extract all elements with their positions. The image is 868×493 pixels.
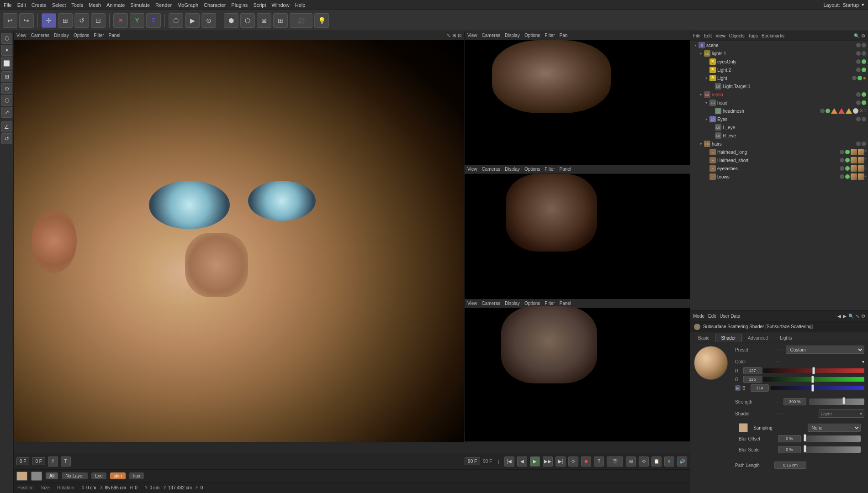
record-btn[interactable]: ⏺: [581, 456, 591, 467]
undo-button[interactable]: ↩: [3, 13, 17, 28]
layout-dropdown-icon[interactable]: ▾: [862, 2, 864, 8]
arrow-hair-short[interactable]: ▾: [703, 157, 709, 163]
blur-offset-input[interactable]: [778, 435, 801, 442]
svp2-panel[interactable]: Panel: [560, 167, 572, 172]
obj-hair-long[interactable]: ▾ ~ Hairhead_long ::: [690, 148, 868, 156]
audio-btn[interactable]: 🔊: [677, 456, 687, 467]
play-btn[interactable]: ▶: [530, 456, 540, 467]
arrow-eyes[interactable]: ▾: [703, 116, 709, 122]
motion-clip[interactable]: 📋: [651, 456, 662, 467]
obj-light2[interactable]: ▾ 💡 Light.2: [690, 66, 868, 74]
vp-icon-3[interactable]: ⊡: [458, 33, 461, 38]
obj-head[interactable]: ▾ L0 head: [690, 99, 868, 107]
coord-size-y-val[interactable]: 137.482 cm: [168, 485, 192, 490]
obj-manager-content[interactable]: ▾ S scene ▾ L0 lights.1: [690, 41, 868, 310]
grid-tool[interactable]: ⊞: [273, 13, 288, 28]
dot2[interactable]: [862, 100, 866, 105]
svp2-display[interactable]: Display: [505, 167, 520, 172]
dot1[interactable]: [856, 142, 861, 146]
select-tool[interactable]: ⊡: [91, 13, 106, 28]
dot2[interactable]: [845, 150, 850, 154]
menu-select[interactable]: Select: [52, 2, 66, 8]
svp1-cameras[interactable]: Cameras: [482, 33, 501, 38]
dot1[interactable]: [856, 68, 861, 72]
dot1[interactable]: [820, 109, 825, 113]
arrow-r-eye[interactable]: ▾: [709, 132, 715, 139]
coord-h-val[interactable]: 0: [135, 485, 138, 490]
dot2[interactable]: [826, 109, 830, 113]
menu-character[interactable]: Character: [204, 2, 226, 8]
menu-tools[interactable]: Tools: [71, 2, 83, 8]
play-end[interactable]: ▶|: [556, 456, 566, 467]
blur-scale-input[interactable]: [778, 446, 801, 453]
render-all[interactable]: ⊙: [201, 13, 216, 28]
viewport-shading[interactable]: ⬢: [224, 13, 238, 28]
light-mode[interactable]: 💡: [314, 13, 329, 28]
coord-x-val[interactable]: 0 cm: [86, 485, 96, 490]
vp-panel[interactable]: Panel: [109, 33, 121, 38]
blur-scale-thumb[interactable]: [804, 445, 806, 452]
menu-file[interactable]: File: [4, 2, 12, 8]
keyframe-btn[interactable]: ⊞: [626, 456, 636, 467]
timeline-content[interactable]: [14, 442, 690, 453]
dot2[interactable]: [862, 117, 866, 121]
dot1[interactable]: [856, 43, 861, 47]
menu-window[interactable]: Window: [272, 2, 290, 8]
menu-create[interactable]: Create: [32, 2, 47, 8]
sub-viewport-2[interactable]: View Cameras Display Options Filter Pane…: [465, 165, 690, 299]
obj-hairs[interactable]: ▾ L0 hairs: [690, 140, 868, 148]
obj-hair-short[interactable]: ▾ ~ Hairhead_short ::: [690, 156, 868, 164]
obj-r-eye[interactable]: ▾ L0 R_eye: [690, 131, 868, 140]
menu-mograph[interactable]: MoGraph: [177, 2, 198, 8]
dot1[interactable]: [852, 76, 857, 80]
tool-9[interactable]: ↺: [1, 133, 12, 144]
vp-icon-2[interactable]: ⊞: [452, 33, 456, 38]
svp2-options[interactable]: Options: [524, 167, 540, 172]
obj-menu-view[interactable]: View: [715, 33, 725, 38]
obj-l-eye[interactable]: ▾ L0 L_eye: [690, 123, 868, 131]
menu-mesh[interactable]: Mesh: [89, 2, 101, 8]
menu-render[interactable]: Render: [155, 2, 172, 8]
vp-options[interactable]: Options: [74, 33, 89, 38]
dot2[interactable]: [845, 166, 850, 171]
svp1-options[interactable]: Options: [524, 33, 540, 38]
dot1[interactable]: [840, 174, 844, 179]
tag-skin[interactable]: skin: [110, 472, 126, 479]
arrow-l-eye[interactable]: ▾: [709, 124, 715, 131]
arrow-eyesonly[interactable]: ▾: [703, 58, 709, 65]
tool-8[interactable]: ∠: [1, 121, 12, 132]
arrow-hairs[interactable]: ▾: [698, 141, 704, 147]
vp-icon-1[interactable]: ⤡: [447, 33, 450, 38]
move-tool[interactable]: ✛: [42, 13, 56, 28]
arrow-light[interactable]: ▾: [703, 75, 709, 81]
g-thumb[interactable]: [811, 376, 814, 383]
loop-btn[interactable]: ⟳: [568, 456, 578, 467]
svp1-view[interactable]: View: [467, 33, 477, 38]
svp3-cameras[interactable]: Cameras: [482, 301, 501, 306]
obj-search[interactable]: 🔍: [854, 33, 859, 38]
b-thumb[interactable]: [811, 384, 814, 392]
dot1[interactable]: [856, 117, 861, 121]
blur-offset-bar[interactable]: [804, 435, 861, 442]
rotate-tool[interactable]: ↺: [74, 13, 89, 28]
vp-cameras[interactable]: Cameras: [31, 33, 50, 38]
r-track[interactable]: [763, 368, 864, 373]
arrow-headmesh[interactable]: ▾: [709, 108, 715, 114]
dot1[interactable]: [856, 100, 861, 105]
dot2[interactable]: [862, 68, 866, 72]
tl-texture[interactable]: T: [61, 456, 71, 467]
frame-field[interactable]: 0 F: [32, 457, 45, 465]
dot1[interactable]: [856, 51, 861, 56]
tag-all[interactable]: All: [46, 472, 58, 479]
svp1-filter[interactable]: Filter: [545, 33, 555, 38]
svp3-view[interactable]: View: [467, 301, 477, 306]
shader-field[interactable]: Layer ▾: [819, 409, 865, 418]
obj-menu-edit[interactable]: Edit: [704, 33, 712, 38]
menu-animate[interactable]: Animate: [106, 2, 125, 8]
svp1-display[interactable]: Display: [505, 33, 520, 38]
obj-eyesonly[interactable]: ▾ 💡 eyesOnly: [690, 58, 868, 66]
sub-viewport-3[interactable]: View Cameras Display Options Filter Pane…: [465, 299, 690, 433]
shader-field-arrow[interactable]: ▾: [860, 411, 862, 416]
dot1[interactable]: [840, 150, 844, 154]
x-axis[interactable]: ✕: [113, 13, 128, 28]
